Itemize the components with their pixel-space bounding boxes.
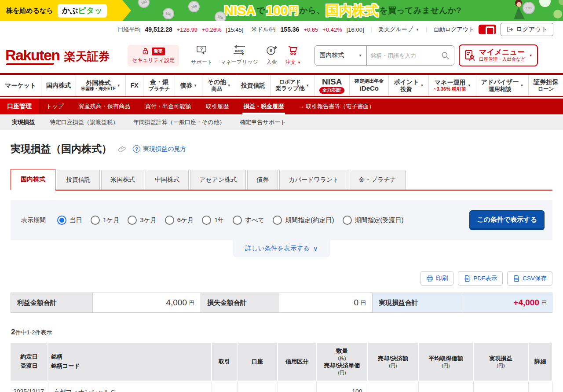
- nav-roboad[interactable]: ロボアド楽ラップ他▼: [271, 75, 315, 96]
- radio-circle[interactable]: [233, 216, 242, 225]
- nav-nisa[interactable]: NISA全力応援!: [314, 75, 350, 96]
- nav-gold-platinum[interactable]: 金・銀プラチナ: [143, 75, 175, 96]
- filter-label: 表示期間: [21, 216, 46, 224]
- nav-bonds[interactable]: 債券▼: [175, 75, 202, 96]
- page-title: 実現損益（国内株式）: [11, 142, 112, 156]
- nav-investment-trust[interactable]: 投資信託: [236, 75, 271, 96]
- tab-specific-account-pl[interactable]: 特定口座損益（譲渡益税）: [42, 118, 126, 126]
- acct-nav-top[interactable]: トップ: [39, 99, 71, 114]
- svg-text:BANK: BANK: [235, 49, 244, 52]
- acct-nav-balance[interactable]: 資産残高・保有商品: [71, 99, 138, 114]
- radio-3months[interactable]: 3ケ月: [128, 216, 156, 225]
- radio-circle[interactable]: [273, 216, 282, 225]
- radio-period-trade-date[interactable]: 期間指定(約定日): [273, 216, 334, 225]
- nav-money-management[interactable]: マネー運用~3.36% 税引前▼: [429, 75, 476, 96]
- paperclip-icon: [117, 144, 127, 154]
- acct-nav-trade-reports[interactable]: → 取引報告書等（電子書面）: [291, 99, 382, 114]
- pl-help-link[interactable]: ? 実現損益の見方: [133, 145, 186, 153]
- tab-asean-stock[interactable]: アセアン株式: [190, 170, 246, 190]
- my-menu-button[interactable]: マイメニュー 口座管理・入出金など ▼: [459, 44, 537, 67]
- print-button[interactable]: 印刷: [420, 271, 453, 286]
- table-header-row: 約定日受渡日 銘柄銘柄コード 取引 口座 信用区分 数量(株)売却/決済単価(円…: [11, 343, 552, 381]
- chevron-down-icon: ▼: [358, 54, 362, 58]
- radio-circle[interactable]: [343, 216, 352, 225]
- deposit-button[interactable]: ¥ 入金: [266, 45, 278, 66]
- account-management-nav: 口座管理 トップ 資産残高・保有商品 買付・出金可能額 取引履歴 損益・税金履歴…: [0, 99, 563, 114]
- nav-other-products[interactable]: その他商品▼: [202, 75, 236, 96]
- search-icon[interactable]: [437, 51, 454, 60]
- logout-button[interactable]: ログアウト: [501, 23, 553, 36]
- col-avg-price: 平均取得価額(円): [418, 343, 473, 381]
- nav-domestic-stock[interactable]: 国内株式: [41, 75, 76, 96]
- ad-banner-right[interactable]: 100 100 100 100 NISA で 100 円 から、 国内株式 を買…: [122, 0, 563, 21]
- nikkei-percent: +0.26%: [202, 26, 221, 33]
- tab-domestic-stock[interactable]: 国内株式: [11, 169, 55, 191]
- coin-icon: 100: [161, 7, 175, 21]
- tab-gold-platinum[interactable]: 金・プラチナ: [350, 170, 406, 190]
- logout-icon: [506, 26, 513, 33]
- chevron-down-icon: ∨: [313, 245, 318, 252]
- cell-trade: 売埋: [212, 381, 237, 392]
- radio-circle[interactable]: [128, 216, 137, 225]
- top-ad-banner[interactable]: 株を始めるなら かぶピタッ 100 100 100 100 NISA で 100…: [0, 0, 563, 21]
- acct-nav-pl-tax-history[interactable]: 損益・税金履歴: [236, 99, 291, 114]
- tab-realized-pl[interactable]: 実現損益: [4, 118, 42, 126]
- radio-period-settlement-date[interactable]: 期間指定(受渡日): [343, 216, 404, 225]
- radio-6months[interactable]: 6ケ月: [165, 216, 194, 225]
- cell-margin: 一般: [278, 381, 316, 392]
- export-actions: 印刷 PDF PDF表示 CSV CSV保存: [11, 271, 552, 286]
- csv-save-button[interactable]: CSV CSV保存: [507, 271, 552, 286]
- decoration-circle: [553, 10, 562, 18]
- tab-investment-trust[interactable]: 投資信託: [57, 170, 100, 190]
- display-period-filter: 表示期間 当日 1ケ月 3ケ月 6ケ月 1年 すべて 期間指定(約定日) 期間指…: [11, 200, 552, 240]
- search-category-select[interactable]: 国内株式 ▼: [315, 46, 367, 65]
- nav-market[interactable]: マーケット: [0, 75, 41, 96]
- support-chat-icon: ?: [196, 45, 208, 55]
- nav-advisor[interactable]: アドバイザー運用相談▼: [476, 75, 529, 96]
- decoration-circle: [559, 0, 563, 5]
- search-input[interactable]: [367, 52, 437, 59]
- radio-1year[interactable]: 1年: [202, 216, 224, 225]
- account-management-title[interactable]: 口座管理: [0, 99, 39, 114]
- tab-bonds[interactable]: 債券: [247, 170, 278, 190]
- radio-circle[interactable]: [57, 216, 66, 225]
- nav-point-investment[interactable]: ポイント投資▼: [389, 75, 429, 96]
- rakuten-group-dropdown[interactable]: 楽天グループ ▼: [378, 26, 419, 33]
- radio-1month[interactable]: 1ケ月: [91, 216, 119, 225]
- divider: ｜: [424, 26, 429, 33]
- security-settings-button[interactable]: 重要 セキュリティ設定: [128, 45, 179, 66]
- pdf-view-button[interactable]: PDF PDF表示: [458, 271, 503, 286]
- radio-circle[interactable]: [91, 216, 100, 225]
- show-detail-conditions-link[interactable]: 詳しい条件を表示する ∨: [245, 244, 318, 253]
- radio-all[interactable]: すべて: [233, 216, 265, 225]
- results-count: 2件中1-2件表示: [11, 328, 563, 337]
- support-button[interactable]: ? サポート: [191, 45, 212, 66]
- acct-nav-buying-power[interactable]: 買付・出金可能額: [138, 99, 198, 114]
- tab-annual-pl-calc[interactable]: 年間損益計算（一般口座・その他）: [126, 118, 233, 126]
- nikkei-time: [15:45]: [226, 26, 244, 33]
- pl-summary-bar: 利益金額合計 4,000円 損失金額合計 0円 実現損益合計 +4,000円: [11, 293, 552, 313]
- nav-fx[interactable]: FX: [126, 75, 144, 96]
- lock-icon: [142, 48, 149, 55]
- acct-nav-trade-history[interactable]: 取引履歴: [198, 99, 236, 114]
- chevron-down-icon: ▼: [227, 84, 231, 88]
- radio-today[interactable]: 当日: [57, 216, 82, 225]
- tab-us-stock[interactable]: 米国株式: [101, 170, 144, 190]
- detail-conditions-wrap: 詳しい条件を表示する ∨: [0, 240, 563, 257]
- apply-filter-button[interactable]: この条件で表示する: [469, 210, 545, 230]
- radio-circle[interactable]: [165, 216, 174, 225]
- nav-ideco[interactable]: 確定拠出年金iDeCo: [350, 75, 389, 96]
- rakuten-securities-logo[interactable]: Rakuten 楽天証券: [5, 47, 110, 64]
- nav-securities-loan[interactable]: 証券担保ローン: [529, 75, 563, 96]
- radio-circle[interactable]: [202, 216, 211, 225]
- order-button[interactable]: 注文 ▼: [285, 45, 301, 66]
- tab-china-stock[interactable]: 中国株式: [146, 170, 189, 190]
- tab-tax-return-support[interactable]: 確定申告サポート: [233, 118, 294, 126]
- tab-covered-warrant[interactable]: カバードワラント: [279, 170, 348, 190]
- money-bridge-button[interactable]: BANK マネーブリッジ: [220, 45, 258, 66]
- usdjpy-change: +0.65: [303, 26, 318, 33]
- svg-text:PDF: PDF: [465, 278, 468, 280]
- auto-logout-toggle[interactable]: [479, 25, 496, 34]
- ad-banner-left[interactable]: 株を始めるなら かぶピタッ: [0, 0, 122, 21]
- nav-foreign-stock[interactable]: 外国株式米国株・海外ETF▼: [76, 75, 126, 96]
